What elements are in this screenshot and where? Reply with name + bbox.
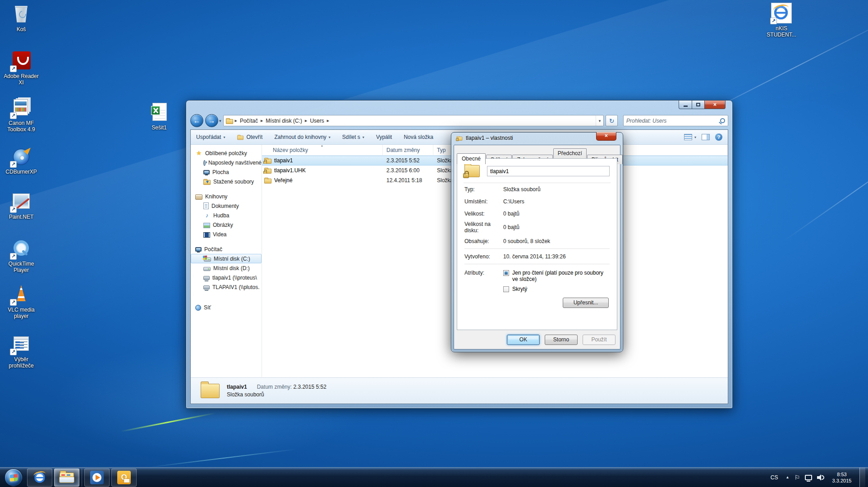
details-name: tlapaiv1 <box>227 384 247 390</box>
minimize-button[interactable] <box>679 101 692 109</box>
include-in-library-menu[interactable]: Zahrnout do knihovny ▾ <box>274 134 330 140</box>
sidebar-libraries-header[interactable]: Knihovny <box>191 192 262 201</box>
address-bar[interactable]: ▶ Počítač ▶ Místní disk (C:) ▶ Users ▶ ▾ <box>223 115 604 126</box>
help-button[interactable]: ? <box>715 133 722 141</box>
tray-expand-icon[interactable]: ▲ <box>786 475 790 479</box>
sidebar-favorites-header[interactable]: ★ Oblíbené položky <box>191 148 262 158</box>
desktop-icon-paintnet[interactable]: ↗ Paint.NET <box>4 191 39 220</box>
sidebar-item-network-drive-1[interactable]: tlapaiv1 (\\proteus\ <box>191 273 262 282</box>
maximize-button[interactable] <box>692 101 705 109</box>
search-box[interactable] <box>623 115 728 126</box>
sidebar-label: Oblíbené položky <box>205 150 247 156</box>
start-button[interactable] <box>5 469 23 487</box>
system-tray: CS ▲ ⚐ 8:53 3.3.2015 <box>771 468 868 487</box>
clock-date: 3.3.2015 <box>829 478 854 484</box>
hidden-checkbox-row[interactable]: Skrytý <box>503 286 610 292</box>
hidden-checkbox[interactable] <box>503 286 509 292</box>
sidebar-label: Obrázky <box>213 222 233 228</box>
quicktime-icon: ↗ <box>11 238 32 259</box>
sidebar-label: Počítač <box>204 246 222 253</box>
show-desktop-button[interactable] <box>859 468 865 487</box>
burn-button[interactable]: Vypálit <box>376 134 392 140</box>
taskbar-item-outlook[interactable]: O <box>111 469 137 487</box>
dialog-title: tlapaiv1 – vlastnosti <box>466 135 513 141</box>
sidebar-network-header[interactable]: Síť <box>191 303 262 312</box>
share-with-menu[interactable]: Sdílet s ▾ <box>342 134 364 140</box>
clock[interactable]: 8:53 3.3.2015 <box>829 471 854 484</box>
organize-menu[interactable]: Uspořádat ▾ <box>196 134 225 140</box>
tab-general[interactable]: Obecné <box>457 153 486 164</box>
field-label: Obsahuje: <box>464 238 503 244</box>
preview-pane-button[interactable] <box>702 134 710 140</box>
desktop-icon-label: CDBurnerXP <box>4 169 39 175</box>
breadcrumb-computer[interactable]: Počítač <box>240 118 258 124</box>
music-icon: ♪ <box>203 212 211 219</box>
language-indicator[interactable]: CS <box>771 474 778 481</box>
include-label: Zahrnout do knihovny <box>274 134 326 140</box>
breadcrumb-users[interactable]: Users <box>310 118 324 124</box>
locked-folder-icon-large <box>464 165 480 177</box>
dialog-close-button[interactable]: × <box>596 132 616 141</box>
taskbar-item-media-player[interactable] <box>84 469 110 487</box>
back-button[interactable]: ← <box>190 114 203 127</box>
search-input[interactable] <box>626 118 720 124</box>
vlc-icon: ↗ <box>11 284 32 305</box>
ok-button[interactable]: OK <box>507 335 540 345</box>
sidebar-item-pictures[interactable]: Obrázky <box>191 220 262 230</box>
sidebar-item-videos[interactable]: Videa <box>191 230 262 239</box>
view-icon <box>684 134 692 140</box>
address-dropdown-button[interactable]: ▾ <box>596 115 603 126</box>
breadcrumb-disk-c[interactable]: Místní disk (C:) <box>266 118 302 124</box>
sidebar-label: Knihovny <box>205 193 227 200</box>
desktop-icon-quicktime[interactable]: ↗ QuickTime Player <box>4 238 39 273</box>
desktop-icon-canon-toolbox[interactable]: ↗ Canon MF Toolbox 4.9 <box>4 97 39 133</box>
sidebar-computer-header[interactable]: Počítač <box>191 244 262 254</box>
folder-icon <box>226 119 233 124</box>
readonly-checkbox[interactable] <box>503 270 509 276</box>
cancel-button[interactable]: Storno <box>545 335 578 345</box>
taskbar-separator <box>82 469 82 487</box>
desktop-icon-cdburnerxp[interactable]: ↗ CDBurnerXP <box>4 146 39 175</box>
sort-ascending-icon: ▲ <box>321 144 323 147</box>
action-center-flag-icon[interactable]: ⚐ <box>794 474 800 481</box>
breadcrumb: ▶ Počítač ▶ Místní disk (C:) ▶ Users ▶ <box>233 118 331 124</box>
organize-label: Uspořádat <box>196 134 221 140</box>
change-view-button[interactable]: ▾ <box>684 134 696 140</box>
taskbar-item-explorer[interactable] <box>54 469 79 487</box>
forward-button[interactable]: → <box>205 114 218 127</box>
advanced-button[interactable]: Upřesnit... <box>563 298 609 308</box>
sidebar-item-music[interactable]: ♪ Hudba <box>191 211 262 220</box>
sidebar-item-downloads[interactable]: Stažené soubory <box>191 177 262 186</box>
readonly-checkbox-row[interactable]: Jen pro čtení (platí pouze pro soubory v… <box>503 270 610 282</box>
desktop-icon-adobe-reader[interactable]: ↗ Adobe Reader XI <box>4 51 39 86</box>
field-value: 0 bajtů <box>503 211 610 217</box>
desktop-icon-nkis-student[interactable]: ↗ nKIS STUDENT... <box>764 3 799 38</box>
desktop-icon-vlc[interactable]: ↗ VLC media player <box>4 284 39 319</box>
field-label: Typ: <box>464 186 503 193</box>
close-button[interactable]: × <box>705 101 726 109</box>
desktop-icon-sesit1[interactable]: Sešit1 <box>142 102 177 131</box>
taskbar-item-internet-explorer[interactable] <box>27 469 52 487</box>
sidebar-item-desktop[interactable]: Plocha <box>191 167 262 177</box>
file-name: Veřejné <box>274 177 293 184</box>
sidebar-item-recent[interactable]: Naposledy navštívené <box>191 158 262 167</box>
file-name: tlapaiv1.UHK <box>274 167 306 174</box>
refresh-button[interactable]: ↻ <box>606 115 618 126</box>
sidebar-item-documents[interactable]: Dokumenty <box>191 201 262 211</box>
recent-pages-dropdown[interactable]: ▾ <box>219 119 221 123</box>
internet-explorer-icon <box>33 471 46 484</box>
close-icon: × <box>713 101 716 108</box>
sidebar-item-disk-d[interactable]: Místní disk (D:) <box>191 263 262 273</box>
open-button[interactable]: Otevřít <box>237 134 262 140</box>
column-header-date[interactable]: Datum změny <box>383 145 433 155</box>
new-folder-button[interactable]: Nová složka <box>404 134 433 140</box>
sidebar-item-network-drive-2[interactable]: TLAPAIV1 (\\plutos. <box>191 282 262 292</box>
folder-name-input[interactable] <box>487 166 610 176</box>
network-tray-icon[interactable] <box>805 475 812 480</box>
volume-tray-icon[interactable] <box>817 474 824 481</box>
details-pane: tlapaiv1 Datum změny: 2.3.2015 5:52 Slož… <box>191 377 728 404</box>
wallpaper-streak-green <box>120 413 216 432</box>
sidebar-item-disk-c[interactable]: Místní disk (C:) <box>191 254 262 263</box>
desktop-icon-browser-choice[interactable]: ↗ Výběr prohlížeče <box>4 334 39 369</box>
desktop-icon-recycle-bin[interactable]: Koš <box>4 4 39 32</box>
